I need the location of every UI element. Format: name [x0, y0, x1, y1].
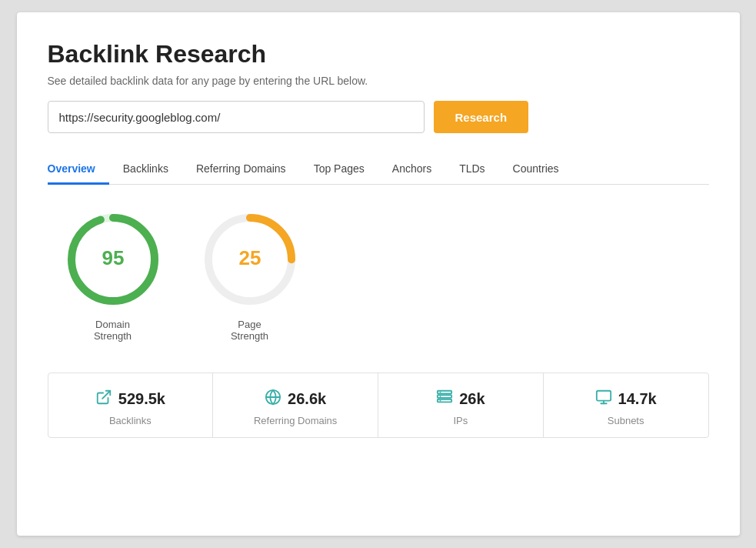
svg-rect-7 — [438, 391, 451, 394]
research-button[interactable]: Research — [434, 101, 529, 133]
stat-backlinks: 529.5k Backlinks — [48, 373, 214, 437]
stat-value-backlinks: 529.5k — [118, 390, 165, 408]
backlinks-icon — [95, 389, 112, 409]
svg-rect-8 — [438, 395, 451, 398]
stat-top-referring-domains: 26.6k — [265, 389, 326, 409]
gauge-svg-page-strength: 25 — [200, 209, 300, 309]
ips-icon — [436, 389, 453, 409]
stat-top-backlinks: 529.5k — [95, 389, 165, 409]
stats-row: 529.5k Backlinks 26.6k Referring Domains… — [48, 373, 709, 438]
stat-top-ips: 26k — [436, 389, 485, 409]
stat-ips: 26k IPs — [378, 373, 544, 437]
gauges-row: 95 DomainStrength 25 PageStrength — [48, 209, 709, 342]
gauge-svg-domain-strength: 95 — [63, 209, 163, 309]
stat-label-ips: IPs — [453, 415, 468, 426]
tab-countries[interactable]: Countries — [499, 155, 573, 185]
tabs-bar: OverviewBacklinksReferring DomainsTop Pa… — [48, 155, 709, 185]
page-title: Backlink Research — [48, 40, 709, 68]
stat-label-referring-domains: Referring Domains — [254, 415, 337, 426]
gauge-page-strength: 25 PageStrength — [200, 209, 300, 342]
tab-overview[interactable]: Overview — [48, 155, 109, 185]
gauge-label-domain-strength: DomainStrength — [94, 319, 132, 342]
stat-label-backlinks: Backlinks — [109, 415, 152, 426]
gauge-value-domain-strength: 95 — [102, 246, 124, 269]
svg-rect-9 — [438, 399, 451, 403]
stat-value-referring-domains: 26.6k — [288, 390, 326, 408]
tab-referring-domains[interactable]: Referring Domains — [182, 155, 300, 185]
subtitle: See detailed backlink data for any page … — [48, 75, 709, 87]
gauge-value-page-strength: 25 — [238, 246, 261, 269]
stat-top-subnets: 14.7k — [595, 389, 657, 409]
tab-anchors[interactable]: Anchors — [378, 155, 445, 185]
globe-icon — [265, 389, 281, 409]
tab-tlds[interactable]: TLDs — [445, 155, 498, 185]
url-input[interactable] — [48, 101, 425, 133]
tab-top-pages[interactable]: Top Pages — [300, 155, 378, 185]
stat-subnets: 14.7k Subnets — [544, 373, 708, 437]
tab-backlinks[interactable]: Backlinks — [109, 155, 182, 185]
gauge-label-page-strength: PageStrength — [231, 319, 268, 342]
subnets-icon — [595, 389, 612, 409]
stat-value-ips: 26k — [459, 390, 485, 408]
search-row: Research — [48, 101, 709, 133]
stat-referring-domains: 26.6k Referring Domains — [213, 373, 378, 437]
svg-rect-13 — [596, 391, 610, 401]
main-card: Backlink Research See detailed backlink … — [17, 12, 740, 536]
stat-label-subnets: Subnets — [608, 415, 644, 426]
svg-line-4 — [102, 391, 110, 399]
stat-value-subnets: 14.7k — [618, 390, 657, 408]
gauge-domain-strength: 95 DomainStrength — [63, 209, 163, 342]
